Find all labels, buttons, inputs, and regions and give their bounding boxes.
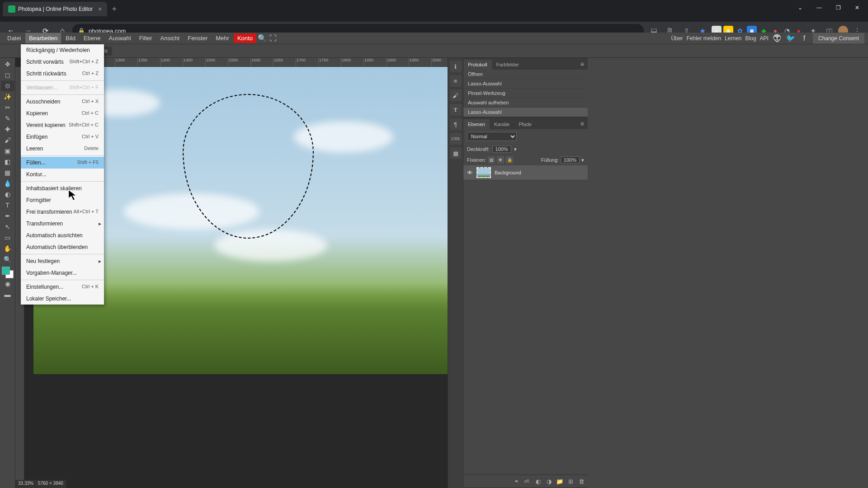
link-learn[interactable]: Lernen [725, 35, 741, 42]
reddit-icon[interactable]: 👽 [772, 33, 782, 43]
twitter-icon[interactable]: 🐦 [786, 33, 796, 43]
menu-mehr[interactable]: Mehr [212, 33, 233, 43]
lock-all-icon[interactable]: 🔒 [506, 156, 513, 164]
menu-item[interactable]: Rückgängig / Wiederholen [21, 44, 104, 56]
layer-fx-icon[interactable]: eff. [524, 478, 531, 485]
browser-tab[interactable]: Photopea | Online Photo Editor × [3, 2, 107, 16]
menu-item[interactable]: Automatisch überblenden [21, 241, 104, 253]
tab-swatches[interactable]: Farbfelder [492, 60, 524, 70]
menu-konto[interactable]: Konto [234, 33, 256, 43]
search-icon[interactable]: 🔍 [257, 33, 267, 43]
menu-item[interactable]: KopierenCtrl + C [21, 108, 104, 119]
color-swatches[interactable] [2, 267, 14, 278]
layer-mask-icon[interactable]: ◐ [534, 478, 542, 485]
new-tab-button[interactable]: + [107, 3, 121, 16]
heal-tool[interactable]: ✚ [1, 124, 14, 135]
trash-icon[interactable]: 🗑 [578, 478, 585, 485]
menu-item[interactable]: Schritt rückwärtsCtrl + Z [21, 68, 104, 80]
new-layer-icon[interactable]: ⊞ [567, 478, 574, 485]
link-report[interactable]: Fehler melden [686, 35, 721, 42]
history-item[interactable]: Auswahl aufheben [463, 98, 588, 108]
dropdown-icon[interactable]: ▾ [514, 146, 517, 152]
history-item[interactable]: Lasso-Auswahl [463, 79, 588, 89]
menu-ansicht[interactable]: Ansicht [157, 33, 184, 43]
history-item[interactable]: Öffnen [463, 70, 588, 79]
stamp-tool[interactable]: ▣ [1, 145, 14, 156]
foreground-color[interactable] [2, 267, 10, 275]
info-panel-icon[interactable]: ℹ [450, 61, 462, 72]
lock-pixels-icon[interactable]: ▨ [488, 156, 495, 164]
menu-item[interactable]: Füllen...Shift + F5 [21, 157, 104, 169]
link-blog[interactable]: Blog [745, 35, 756, 42]
menu-item[interactable]: Schritt vorwärtsShift+Ctrl + Z [21, 56, 104, 68]
menu-bild[interactable]: Bild [62, 33, 79, 43]
eyedropper-tool[interactable]: ✎ [1, 113, 14, 124]
menu-filter[interactable]: Filter [136, 33, 156, 43]
tab-channels[interactable]: Kanäle [490, 119, 514, 129]
zoom-tool[interactable]: 🔍 [1, 254, 14, 265]
link-api[interactable]: API [760, 35, 769, 42]
menu-item[interactable]: Einstellungen...Ctrl + K [21, 281, 104, 293]
tab-paths[interactable]: Pfade [514, 119, 536, 129]
menu-item[interactable]: Vorgaben-Manager... [21, 267, 104, 279]
path-tool[interactable]: ↖ [1, 221, 14, 232]
thumbnails-panel-icon[interactable]: ▦ [450, 147, 462, 159]
menu-auswahl[interactable]: Auswahl [105, 33, 135, 43]
hand-tool[interactable]: ✋ [1, 243, 14, 254]
wand-tool[interactable]: ✨ [1, 91, 14, 102]
lasso-tool[interactable]: ⊙ [1, 80, 14, 91]
window-maximize-button[interactable]: ❐ [829, 1, 847, 14]
chevron-down-icon[interactable]: ⌄ [791, 1, 809, 14]
menu-fenster[interactable]: Fenster [184, 33, 211, 43]
menu-item[interactable]: Formgitter [21, 194, 104, 206]
blend-mode-select[interactable]: Normal [467, 132, 517, 141]
align-panel-icon[interactable]: ≡ [450, 75, 462, 87]
pen-tool[interactable]: ✒ [1, 211, 14, 221]
visibility-icon[interactable]: 👁 [467, 169, 473, 176]
opacity-value[interactable]: 100% [492, 145, 511, 153]
history-item[interactable]: Lasso-Auswahl [463, 108, 588, 117]
lock-position-icon[interactable]: ✥ [497, 156, 504, 164]
menu-item[interactable]: Frei transformierenAlt+Ctrl + T [21, 206, 104, 218]
window-close-button[interactable]: ✕ [848, 1, 866, 14]
panel-menu-icon[interactable]: ≡ [577, 118, 588, 129]
adjustment-layer-icon[interactable]: ◑ [545, 478, 552, 485]
menu-item[interactable]: EinfügenCtrl + V [21, 131, 104, 143]
menu-item[interactable]: Lokaler Speicher... [21, 293, 104, 305]
crop-tool[interactable]: ✂ [1, 102, 14, 113]
paragraph-panel-icon[interactable]: ¶ [450, 118, 462, 130]
tab-history[interactable]: Protokoll [463, 60, 492, 70]
css-panel-icon[interactable]: CSS [450, 133, 462, 145]
brush-tool[interactable]: 🖌 [1, 135, 14, 145]
fill-value[interactable]: 100% [561, 156, 580, 164]
tab-layers[interactable]: Ebenen [463, 119, 490, 129]
marquee-tool[interactable]: ◻ [1, 70, 14, 80]
quickmask-tool[interactable]: ◉ [1, 278, 14, 289]
menu-item[interactable]: Kontur... [21, 169, 104, 180]
dodge-tool[interactable]: ◐ [1, 189, 14, 200]
menu-item[interactable]: Inhaltsbasiert skalieren [21, 183, 104, 194]
menu-item[interactable]: Vereint kopierenShift+Ctrl + C [21, 119, 104, 131]
move-tool[interactable]: ✥ [1, 59, 14, 70]
eraser-tool[interactable]: ◧ [1, 156, 14, 167]
history-item[interactable]: Pinsel-Werkzeug [463, 89, 588, 98]
fullscreen-icon[interactable]: ⛶ [268, 33, 278, 43]
window-minimize-button[interactable]: — [810, 1, 828, 14]
menu-item[interactable]: LeerenDelete [21, 143, 104, 155]
menu-item[interactable]: Automatisch ausrichten [21, 230, 104, 241]
menu-item[interactable]: Neu festlegen [21, 255, 104, 267]
menu-ebene[interactable]: Ebene [80, 33, 104, 43]
change-consent-button[interactable]: Change Consent [813, 33, 864, 44]
tab-close-icon[interactable]: × [98, 5, 102, 13]
shape-tool[interactable]: ▭ [1, 232, 14, 243]
character-panel-icon[interactable]: T [450, 104, 462, 116]
facebook-icon[interactable]: f [799, 33, 809, 43]
menu-bearbeiten[interactable]: Bearbeiten [25, 33, 61, 43]
screenmode-tool[interactable]: ▬ [1, 289, 14, 300]
type-tool[interactable]: T [1, 200, 14, 211]
folder-icon[interactable]: 📁 [556, 478, 563, 485]
link-about[interactable]: Über [671, 35, 683, 42]
layer-item[interactable]: 👁 Background [463, 165, 588, 180]
gradient-tool[interactable]: ▦ [1, 167, 14, 178]
blur-tool[interactable]: 💧 [1, 178, 14, 189]
